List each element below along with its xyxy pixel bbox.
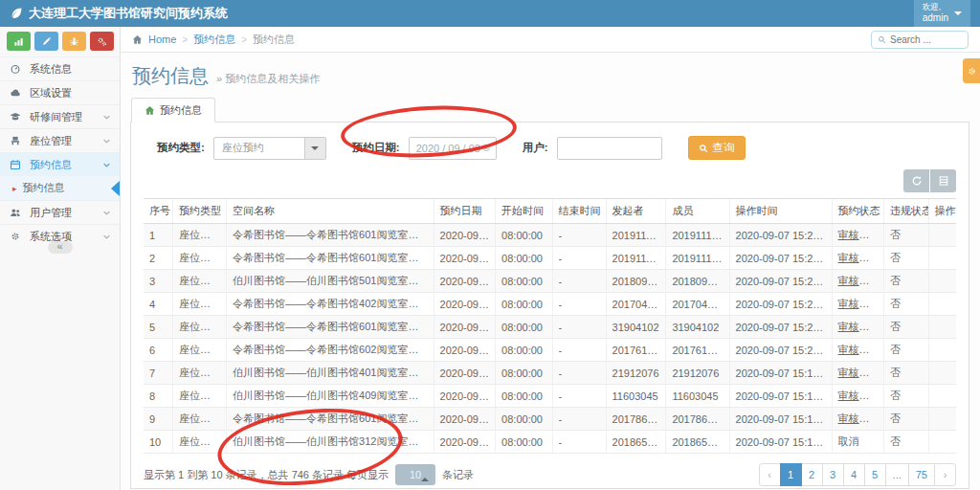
cell-date: 2020-09-08 xyxy=(434,385,496,408)
pagination-next[interactable]: › xyxy=(934,463,956,486)
table-row: 7座位预约伯川图书馆——伯川图书馆401阅览室——0312020-09-0808… xyxy=(144,362,956,385)
cell-action xyxy=(928,385,956,408)
sidebar-item-reservation-info[interactable]: 预约信息 xyxy=(0,152,120,176)
global-search-input[interactable] xyxy=(890,34,959,45)
cell-status: 审核通过 xyxy=(832,224,883,247)
sidebar: 系统信息区域设置研修间管理座位管理预约信息▸预约信息用户管理系统选项 « xyxy=(0,27,121,490)
pagination-page-2[interactable]: 2 xyxy=(801,463,823,486)
status-link[interactable]: 审核通过 xyxy=(838,275,880,286)
type-filter-value: 座位预约 xyxy=(214,141,304,155)
filter-row: 预约类型: 座位预约 预约日期: 2020 / 09 / 08 ⊗ 用户: xyxy=(144,136,956,160)
refresh-button[interactable] xyxy=(903,169,929,192)
cell-end: - xyxy=(552,431,606,454)
sidebar-item-studyroom-management[interactable]: 研修间管理 xyxy=(0,104,120,128)
page-size-select[interactable]: 10 xyxy=(395,464,435,485)
pagination-prev[interactable]: ‹ xyxy=(759,463,781,486)
table-row: 4座位预约令希图书馆——令希图书馆402阅览室——0492020-09-0808… xyxy=(144,293,956,316)
cell-date: 2020-09-08 xyxy=(434,247,496,270)
columns-button[interactable] xyxy=(930,169,956,192)
table-row: 10座位预约伯川图书馆——伯川图书馆312阅览室——0792020-09-080… xyxy=(144,431,956,454)
type-filter-label: 预约类型: xyxy=(157,141,205,155)
cell-end: - xyxy=(552,293,606,316)
app-root: 大连理工大学图书馆研究间预约系统 欢迎, admin 系统信息区域设置研修间管理… xyxy=(0,0,980,490)
stats-button[interactable] xyxy=(7,32,31,51)
status-link[interactable]: 审核通过 xyxy=(838,412,880,424)
status-link[interactable]: 审核通过 xyxy=(838,367,880,378)
sidebar-item-area-settings[interactable]: 区域设置 xyxy=(0,80,120,104)
clear-date-icon[interactable]: ⊗ xyxy=(481,142,490,154)
date-filter-input[interactable]: 2020 / 09 / 08 ⊗ xyxy=(409,137,497,160)
select-dropdown-button[interactable] xyxy=(304,138,325,159)
column-header-space: 空间名称 xyxy=(227,199,434,224)
pagination-page-75[interactable]: 75 xyxy=(908,463,935,486)
cell-member: 201704083 xyxy=(666,293,729,316)
user-menu[interactable]: 欢迎, admin xyxy=(914,0,970,27)
cell-date: 2020-09-08 xyxy=(434,408,496,431)
config-button[interactable] xyxy=(90,32,114,51)
cell-violation: 否 xyxy=(883,408,928,431)
refresh-icon xyxy=(911,175,923,187)
breadcrumb-section-link[interactable]: 预约信息 xyxy=(193,33,235,47)
cell-action xyxy=(928,293,956,316)
cell-space: 伯川图书馆——伯川图书馆501阅览室——052 xyxy=(227,270,434,293)
global-search-box[interactable] xyxy=(871,31,969,49)
cell-action xyxy=(928,316,956,339)
bug-button[interactable] xyxy=(62,32,86,51)
status-link[interactable]: 审核通过 xyxy=(838,252,880,263)
tab-reservation-info[interactable]: 预约信息 xyxy=(131,98,215,122)
column-header-date: 预约日期 xyxy=(434,199,496,224)
status-link[interactable]: 审核通过 xyxy=(838,229,880,240)
cell-op-time: 2020-09-07 15:23:54 xyxy=(729,224,832,247)
status-link[interactable]: 审核通过 xyxy=(838,321,880,332)
users-icon xyxy=(10,207,24,218)
cell-index: 10 xyxy=(144,431,173,454)
status-link[interactable]: 审核通过 xyxy=(838,344,880,355)
sidebar-item-seat-management[interactable]: 座位管理 xyxy=(0,128,120,152)
cell-action xyxy=(928,339,956,362)
pagination-page-4[interactable]: 4 xyxy=(843,463,865,486)
cell-index: 8 xyxy=(144,385,173,408)
cell-date: 2020-09-08 xyxy=(434,362,496,385)
user-filter-label: 用户: xyxy=(523,141,548,155)
settings-panel-toggle[interactable] xyxy=(963,58,980,83)
username-label: admin xyxy=(923,12,948,24)
status-link[interactable]: 审核通过 xyxy=(838,390,880,401)
sidebar-item-system-info[interactable]: 系统信息 xyxy=(0,56,120,80)
cell-index: 6 xyxy=(144,339,173,362)
cell-start: 08:00:00 xyxy=(496,293,552,316)
seat-icon xyxy=(10,135,24,146)
breadcrumb: Home > 预约信息 > 预约信息 xyxy=(121,27,980,53)
type-filter-select[interactable]: 座位预约 xyxy=(213,137,326,160)
sidebar-collapse-button[interactable]: « xyxy=(48,241,73,254)
pagination-page-3[interactable]: 3 xyxy=(822,463,844,486)
cell-member: 201911106 xyxy=(666,224,729,247)
table-row: 1座位预约令希图书馆——令希图书馆601阅览室——0192020-09-0808… xyxy=(144,224,956,247)
gauge-icon xyxy=(10,63,24,75)
cell-action xyxy=(928,362,956,385)
cell-type: 座位预约 xyxy=(173,270,227,293)
cell-member: 201761074 xyxy=(666,339,729,362)
column-header-violation: 违规状态 xyxy=(883,199,928,224)
chevron-down-icon xyxy=(102,209,111,217)
brand-title: 大连理工大学图书馆研究间预约系统 xyxy=(29,5,228,22)
cell-start: 08:00:00 xyxy=(496,431,552,454)
sidebar-item-user-management[interactable]: 用户管理 xyxy=(0,200,120,224)
cell-initiator: 201786049 xyxy=(606,408,666,431)
query-button[interactable]: 查询 xyxy=(688,136,746,160)
sidebar-subitem-reservation-info[interactable]: ▸预约信息 xyxy=(0,176,120,200)
cell-date: 2020-09-08 xyxy=(434,224,496,247)
table-header-row: 序号预约类型空间名称预约日期开始时间结束时间发起者成员操作时间预约状态违规状态操… xyxy=(144,199,956,224)
cell-type: 座位预约 xyxy=(173,224,227,247)
user-filter-input[interactable] xyxy=(557,137,662,160)
pagination-page-1[interactable]: 1 xyxy=(780,463,802,486)
cell-initiator: 201911108 xyxy=(606,247,666,270)
cell-type: 座位预约 xyxy=(173,339,227,362)
cell-action xyxy=(928,408,956,431)
status-link[interactable]: 审核通过 xyxy=(838,298,880,309)
pagination-page-5[interactable]: 5 xyxy=(864,463,886,486)
cell-type: 座位预约 xyxy=(173,408,227,431)
cell-status: 审核通过 xyxy=(832,293,883,316)
edit-button[interactable] xyxy=(34,32,58,51)
breadcrumb-home-link[interactable]: Home xyxy=(148,33,176,45)
cell-member: 201786049 xyxy=(666,408,729,431)
